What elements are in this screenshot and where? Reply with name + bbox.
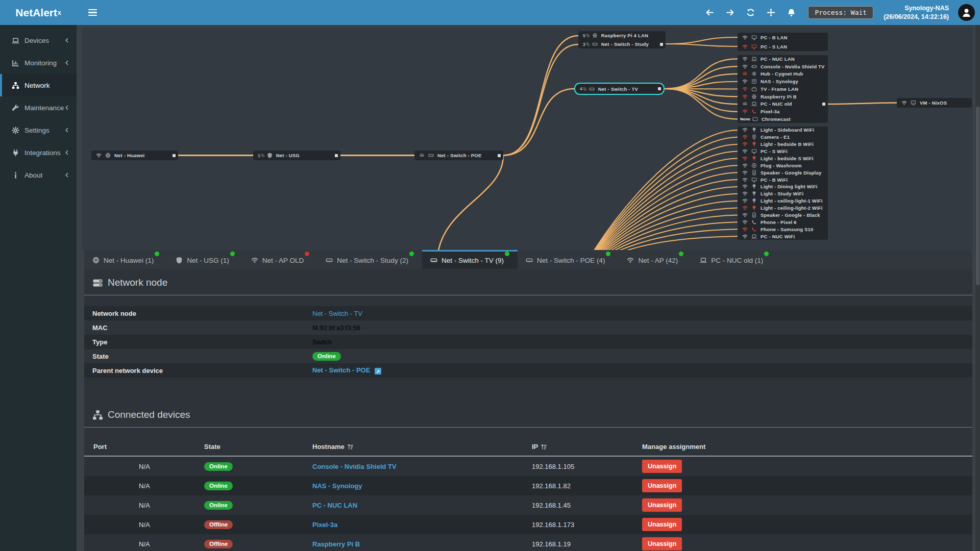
topology-device-row[interactable]: 4Net - Switch - TV [575,84,664,94]
topology-device-row[interactable]: Raspberry Pi B [738,93,828,101]
unassign-button[interactable]: Unassign [642,460,682,473]
topology-device-row[interactable]: VM - NixOS [897,98,972,108]
topology-device-row[interactable]: NoneChromecast [738,115,828,123]
topology-node-vm[interactable]: VM - NixOS [897,98,972,108]
sort-icon[interactable] [347,443,354,450]
tab-net-switch-study-2-[interactable]: Net - Switch - Study (2) [317,250,422,269]
topology-device-row[interactable]: PC - S WiFi [738,148,828,155]
wifi-icon [742,191,748,196]
topology-device-row[interactable]: Net - Huawei [91,151,178,160]
topology-device-row[interactable]: Speaker - Google Display [738,169,828,176]
topology-device-row[interactable]: Console - Nvidia Shield TV [738,63,828,70]
tab-net-ap-old[interactable]: Net - AP OLD [243,250,318,269]
topology-device-row[interactable]: Pixel-3a [738,108,828,115]
refresh-icon[interactable] [744,6,757,19]
nas-icon [751,79,757,84]
topology-node-usg[interactable]: 1Net - USG [253,151,340,160]
column-header-hostname[interactable]: Hostname [312,443,532,450]
hostname-link[interactable]: Pixel-3a [312,521,337,529]
topology-device-row[interactable]: PC - NUC LAN [738,55,828,63]
topology-device-row[interactable]: PC - S LAN [738,42,828,51]
sidebar-item-monitoring[interactable]: Monitoring [0,52,77,74]
user-avatar[interactable] [958,4,975,21]
detail-row: MACf4:92:bf:a3:f3:56 [84,320,972,335]
unassign-button[interactable]: Unassign [642,479,682,492]
tab-net-switch-tv-9-[interactable]: Net - Switch - TV (9) [422,250,518,269]
topology-device-row[interactable]: Hub - Cygnet Hub [738,70,828,78]
topology-device-row[interactable]: Phone - Pixel 6 [738,218,828,226]
section-title: Network node [108,277,167,288]
forward-arrow-icon[interactable] [723,6,737,19]
sidebar-toggle-button[interactable] [81,0,104,25]
topology-node-study[interactable]: 5Raspberry Pi 4 LAN3Net - Switch - Study [578,31,666,48]
topology-node-tv[interactable]: 4Net - Switch - TV [574,83,665,95]
topology-device-row[interactable]: 3Net - Switch - Study [578,40,666,48]
topology-device-row[interactable]: TV - Frame LAN [738,85,828,93]
node-link[interactable]: Net - Switch - TV [312,310,362,317]
topology-device-row[interactable]: Light - Dining light WiFi [738,183,828,190]
topology-device-row[interactable]: Net - Switch - POE [414,151,503,160]
wifi-icon [742,234,748,239]
unassign-button[interactable]: Unassign [642,537,682,550]
tab-net-huawei-1-[interactable]: Net - Huawei (1) [84,250,167,269]
topology-device-row[interactable]: PC - B WiFi [738,176,828,183]
device-label: Phone - Samsung S10 [761,227,814,232]
column-header-ip[interactable]: IP [532,443,642,450]
sidebar-item-settings[interactable]: Settings [0,119,77,141]
chevron-left-icon [64,60,69,65]
unassign-button[interactable]: Unassign [642,498,682,512]
hostname-link[interactable]: NAS - Synology [312,482,362,490]
back-arrow-icon[interactable] [703,6,716,19]
tab-net-usg-1-[interactable]: Net - USG (1) [167,250,243,269]
sort-icon[interactable] [541,443,547,450]
hostname-link[interactable]: PC - NUC LAN [312,502,357,509]
topology-device-row[interactable]: PC - B LAN [738,33,828,42]
sidebar: DevicesMonitoringNetworkMaintenanceSetti… [0,25,77,551]
topology-node-group3[interactable]: Light - Sideboard WiFiCamera - E1Light -… [738,127,828,240]
smartplug-icon [751,163,757,168]
topology-device-row[interactable]: Light - Sideboard WiFi [738,127,828,134]
ethernet-icon [419,153,425,158]
topology-device-row[interactable]: Light - ceiling-light-2 WiFi [738,205,828,212]
topology-device-row[interactable]: PC - NUC old [738,101,828,108]
external-link-icon[interactable]: ↗ [375,368,381,374]
topology-device-row[interactable]: NAS - Synology [738,78,828,85]
move-icon[interactable] [764,6,777,19]
topology-node-group1[interactable]: PC - B LANPC - S LAN [738,33,828,51]
topology-device-row[interactable]: Speaker - Google - Black [738,212,828,219]
process-status[interactable]: Process: Wait [808,6,873,19]
topology-device-row[interactable]: PC - NUC WiFi [738,233,828,240]
topology-device-row[interactable]: Light - bedside S WiFi [738,155,828,162]
topology-device-row[interactable]: Light - ceiling-light-1 WiFi [738,197,828,205]
topology-device-row[interactable]: 5Raspberry Pi 4 LAN [578,31,666,40]
tab-net-ap-42-[interactable]: Net - AP (42) [619,250,692,269]
topology-node-poe[interactable]: Net - Switch - POE [414,151,503,160]
ip-cell: 192.168.1.19 [532,540,642,548]
scrollbar-thumb[interactable] [976,107,979,285]
sidebar-item-about[interactable]: About [0,164,77,186]
parent-node-link[interactable]: Net - Switch - POE ↗ [312,366,381,375]
notifications-bell-icon[interactable] [785,6,798,19]
topology-device-row[interactable]: Phone - Samsung S10 [738,226,828,233]
topology-device-row[interactable]: Plug - Washroom [738,162,828,169]
topology-node-group2[interactable]: PC - NUC LANConsole - Nvidia Shield TVHu… [738,55,828,123]
wifi-icon [742,170,748,176]
sidebar-item-integrations[interactable]: Integrations [0,141,77,164]
unassign-button[interactable]: Unassign [642,518,682,531]
sidebar-item-devices[interactable]: Devices [0,29,77,52]
ethernet-icon [742,71,748,77]
topology-device-row[interactable]: Camera - E1 [738,134,828,141]
topology-device-row[interactable]: Light - Study WiFi [738,190,828,197]
tab-net-switch-poe-4-[interactable]: Net - Switch - POE (4) [518,250,619,269]
switch-icon [326,257,333,264]
tab-pc-nuc-old-1-[interactable]: PC - NUC old (1) [692,250,777,269]
sidebar-item-network[interactable]: Network [0,74,77,96]
hub-icon [751,71,757,77]
topology-device-row[interactable]: Light - bedside B WiFi [738,141,828,148]
detail-row: StateOnline [84,349,972,363]
hostname-link[interactable]: Raspberry Pi B [312,540,360,548]
topology-node-huawei[interactable]: Net - Huawei [91,151,178,160]
hostname-link[interactable]: Console - Nvidia Shield TV [312,463,397,470]
topology-device-row[interactable]: 1Net - USG [253,151,340,160]
sidebar-item-maintenance[interactable]: Maintenance [0,96,77,119]
